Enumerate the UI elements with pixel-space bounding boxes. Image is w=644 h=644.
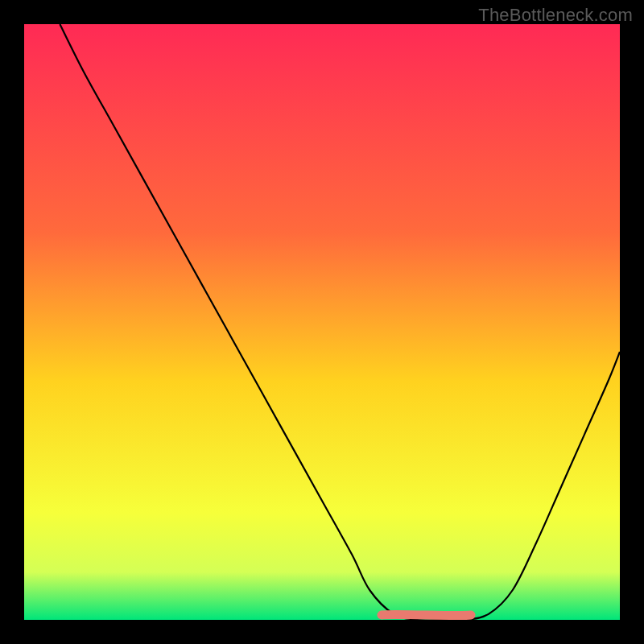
watermark-text: TheBottleneck.com	[478, 5, 633, 26]
plot-area	[24, 24, 620, 620]
curve-layer	[24, 24, 620, 620]
chart-container: TheBottleneck.com	[0, 0, 644, 644]
bottleneck-curve	[60, 24, 620, 620]
optimal-range-marker	[382, 614, 471, 615]
